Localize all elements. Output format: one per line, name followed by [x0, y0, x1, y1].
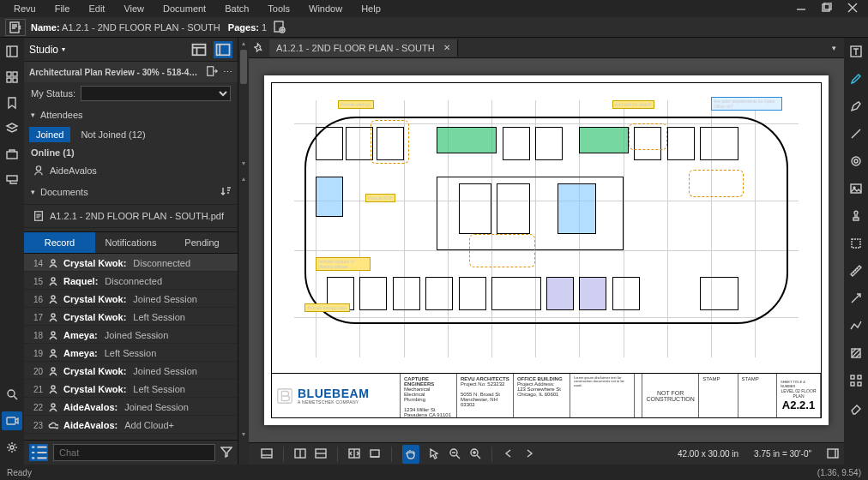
page-scale[interactable]: 3.75 in = 30'-0": [754, 449, 811, 459]
not-joined-tab[interactable]: Not Joined (12): [74, 127, 152, 142]
highlighter-icon[interactable]: [847, 70, 865, 87]
next-page-icon[interactable]: [523, 447, 535, 461]
markups-list-button[interactable]: [29, 444, 48, 461]
online-count: Online (1): [24, 144, 238, 161]
joined-tab[interactable]: Joined: [29, 127, 70, 142]
minimize-button[interactable]: [796, 3, 806, 15]
rail-markup-icon[interactable]: [3, 146, 21, 163]
record-row[interactable]: 21Crystal Kwok:Left Session: [24, 380, 238, 398]
continuous-icon[interactable]: [315, 447, 327, 461]
leave-session-icon[interactable]: [206, 65, 218, 79]
user-icon: [48, 330, 58, 340]
sort-icon[interactable]: [220, 185, 232, 199]
hatch-icon[interactable]: [847, 345, 865, 362]
rail-links-icon[interactable]: [3, 171, 21, 189]
rail-panel-icon[interactable]: [3, 43, 21, 60]
record-row[interactable]: 19Ameya:Left Session: [24, 344, 238, 362]
panel-right-icon[interactable]: [827, 447, 839, 461]
svg-point-24: [51, 332, 55, 335]
shape-icon[interactable]: [847, 153, 865, 170]
split-icon[interactable]: [348, 447, 360, 461]
menu-tools[interactable]: Tools: [259, 2, 298, 15]
zoom-in-icon[interactable]: [469, 447, 481, 461]
rail-settings-icon[interactable]: [3, 439, 21, 456]
new-doc-button[interactable]: [272, 20, 286, 35]
measure-icon[interactable]: [847, 262, 865, 279]
svg-rect-8: [7, 78, 11, 82]
callout-note[interactable]: Provide RCP: [365, 194, 395, 202]
menu-batch[interactable]: Batch: [216, 2, 257, 15]
stamp-icon[interactable]: [847, 207, 865, 225]
menu-document[interactable]: Document: [154, 2, 214, 15]
rail-bookmark-icon[interactable]: [3, 94, 21, 111]
callout-note[interactable]: Add wall tile detail?: [612, 100, 654, 109]
callout-note[interactable]: Provide wall typ.: [338, 100, 374, 109]
eraser-icon[interactable]: [847, 399, 865, 417]
pan-tool-icon[interactable]: [402, 445, 419, 464]
text-tool-icon[interactable]: [847, 43, 865, 60]
tab-pending[interactable]: Pending: [166, 232, 238, 253]
close-tab-icon[interactable]: ✕: [443, 43, 450, 52]
zoom-out-icon[interactable]: [449, 447, 461, 461]
record-row[interactable]: 23AideAvalos:Add Cloud+: [24, 416, 238, 434]
record-row[interactable]: 14Crystal Kwok:Disconnected: [24, 254, 238, 272]
menu-window[interactable]: Window: [300, 2, 351, 15]
canvas[interactable]: Provide wall typ. Add wall tile detail? …: [249, 58, 844, 442]
rail-thumbs-icon[interactable]: [3, 69, 21, 86]
tab-notifications[interactable]: Notifications: [95, 232, 166, 253]
open-doc-button[interactable]: [5, 19, 26, 36]
tabs-dropdown[interactable]: ▾: [823, 44, 844, 52]
tab-record[interactable]: Record: [24, 232, 95, 253]
pin-icon[interactable]: [249, 42, 269, 54]
rail-search-icon[interactable]: [3, 386, 21, 403]
svg-rect-10: [7, 152, 17, 159]
arrow-icon[interactable]: [847, 290, 865, 307]
single-page-icon[interactable]: [294, 447, 306, 461]
project-more-icon[interactable]: ⋯: [223, 67, 232, 78]
my-status-select[interactable]: [81, 86, 231, 101]
grid-icon[interactable]: [847, 372, 865, 389]
callout-note[interactable]: Are paint requirements for Open Office o…: [711, 97, 782, 111]
rail-layers-icon[interactable]: [3, 120, 21, 137]
maximize-button[interactable]: [822, 3, 832, 15]
attendees-section[interactable]: ▾ Attendees: [24, 105, 238, 125]
callout-note[interactable]: Provide energy calcs: [304, 303, 349, 312]
record-row[interactable]: 22AideAvalos:Joined Session: [24, 398, 238, 416]
record-row[interactable]: 18Ameya:Joined Session: [24, 326, 238, 344]
menu-revu[interactable]: Revu: [5, 2, 45, 15]
pen-icon[interactable]: [847, 98, 865, 115]
filter-button[interactable]: [220, 446, 232, 459]
svg-rect-46: [858, 375, 861, 379]
panel-bottom-icon[interactable]: [261, 447, 273, 461]
record-row[interactable]: 15Raquel:Disconnected: [24, 272, 238, 290]
studio-view2-icon[interactable]: [214, 41, 232, 58]
doc-row[interactable]: A1.2.1 - 2ND FLOOR PLAN - SOUTH.pdf: [24, 204, 238, 228]
menu-file[interactable]: File: [46, 2, 79, 15]
studio-dropdown[interactable]: Studio ▾: [29, 44, 65, 56]
user-row[interactable]: AideAvalos: [24, 161, 238, 180]
chat-input[interactable]: [53, 444, 215, 461]
panel-scrollbar[interactable]: ▴ ▾ ▴ ▾: [238, 38, 249, 465]
documents-section[interactable]: ▾Documents: [24, 180, 238, 204]
record-row[interactable]: 16Crystal Kwok:Joined Session: [24, 290, 238, 308]
document-tab[interactable]: A1.2.1 - 2ND FLOOR PLAN - SOUTH ✕: [269, 39, 458, 57]
menu-view[interactable]: View: [115, 2, 153, 15]
polyline-icon[interactable]: [847, 317, 865, 334]
select-tool-icon[interactable]: [428, 447, 440, 461]
image-icon[interactable]: [847, 180, 865, 197]
studio-view1-icon[interactable]: [190, 41, 208, 58]
left-rail: [0, 38, 24, 465]
rail-studio-icon[interactable]: [2, 411, 22, 430]
crop-icon[interactable]: [847, 235, 865, 252]
fit-icon[interactable]: [369, 447, 381, 461]
callout-note[interactable]: Indicate location of Heating diffuser: [316, 257, 371, 271]
menu-help[interactable]: Help: [353, 2, 389, 15]
menu-edit[interactable]: Edit: [80, 2, 113, 15]
line-icon[interactable]: [847, 125, 865, 142]
svg-rect-1: [824, 3, 831, 9]
record-row[interactable]: 20Crystal Kwok:Joined Session: [24, 362, 238, 380]
svg-point-25: [51, 350, 55, 353]
close-button[interactable]: [847, 3, 858, 15]
prev-page-icon[interactable]: [503, 447, 515, 461]
record-row[interactable]: 17Crystal Kwok:Left Session: [24, 308, 238, 326]
